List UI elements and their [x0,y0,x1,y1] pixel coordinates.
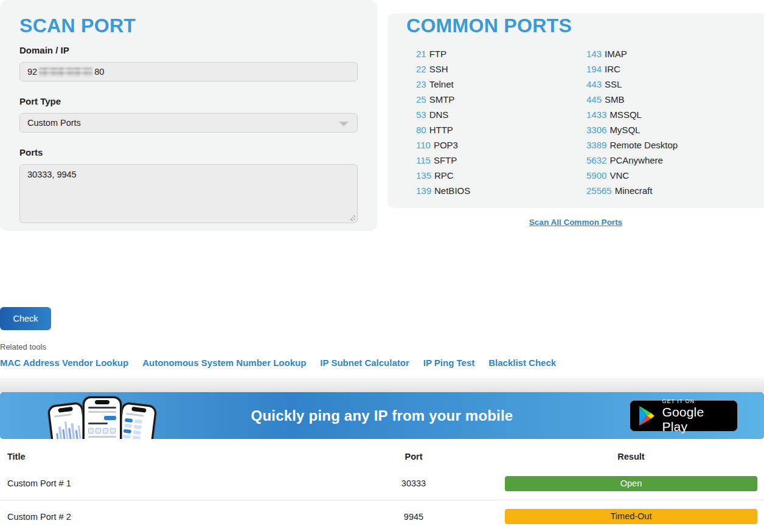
header-title: Title [0,452,377,461]
port-service: FTP [429,49,446,59]
port-link[interactable]: 53 [416,109,426,120]
google-play-icon [638,406,655,426]
port-type-label: Port Type [19,95,358,108]
port-item: 143IMAP [586,46,757,61]
port-item: 1433MSSQL [586,107,757,122]
decor-button [104,416,116,420]
port-link[interactable]: 21 [416,49,426,59]
port-item: 115SFTP [416,153,586,168]
port-service: HTTP [429,125,453,135]
port-link[interactable]: 445 [586,94,602,105]
status-badge-timeout: Timed-Out [505,509,757,524]
port-link[interactable]: 443 [586,79,602,89]
port-link[interactable]: 23 [416,79,426,89]
header-result: Result [450,452,764,461]
port-service: SFTP [434,155,457,165]
decor-line [88,407,116,409]
resize-grip-icon[interactable] [349,214,355,221]
port-link[interactable]: 194 [586,64,602,74]
decor-line [88,411,116,413]
domain-ip-value-prefix: 92 [27,67,37,77]
port-service: RPC [434,170,454,181]
row-title: Custom Port # 2 [0,512,377,522]
port-link[interactable]: 143 [586,49,602,59]
scan-port-title: SCAN PORT [19,13,358,38]
port-item: 5632PCAnywhere [586,153,757,168]
port-link[interactable]: 3389 [586,140,606,150]
google-play-text: GET IT ON Google Play [662,398,729,434]
port-link[interactable]: 22 [416,64,426,74]
port-service: IRC [605,64,620,74]
port-service: Minecraft [615,185,653,196]
port-service: VNC [609,170,629,181]
ports-value: 30333, 9945 [27,170,77,179]
port-type-selected-value: Custom Ports [27,118,81,128]
badge-get-it-on: GET IT ON [662,398,729,405]
port-link[interactable]: 25 [416,94,426,105]
check-button[interactable]: Check [0,307,51,330]
port-item: 23Telnet [416,77,586,92]
port-item: 445SMB [586,92,757,107]
common-ports-column: COMMON PORTS 21FTP 22SSH 23Telnet 25SMTP… [387,0,764,227]
phone-mockups-image [51,396,153,439]
port-link[interactable]: 135 [416,170,431,181]
decor-bar-chart [55,418,82,439]
port-service: DNS [429,109,449,120]
ports-textarea[interactable]: 30333, 9945 [19,164,358,223]
scan-port-panel: SCAN PORT Domain / IP 9280 Port Type Cus… [0,0,377,231]
table-row: Custom Port # 1 30333 Open [0,467,764,500]
ports-label: Ports [19,146,358,159]
port-link[interactable]: 139 [416,185,431,196]
common-ports-left-col: 21FTP 22SSH 23Telnet 25SMTP 53DNS 80HTTP… [416,46,586,198]
port-service: SSH [429,64,448,74]
port-item: 3389Remote Desktop [586,137,757,153]
google-play-badge[interactable]: GET IT ON Google Play [630,400,738,432]
related-link-blacklist-check[interactable]: Blacklist Check [488,358,556,368]
related-link-ip-ping-test[interactable]: IP Ping Test [423,358,474,368]
related-link-ip-subnet-calculator[interactable]: IP Subnet Calculator [320,358,409,368]
port-item: 80HTTP [416,122,586,137]
row-port: 9945 [377,512,450,522]
badge-google-play: Google Play [662,405,729,434]
phone-notch [95,400,109,404]
section-divider [0,378,764,392]
related-link-mac-address-vendor-lookup[interactable]: MAC Address Vendor Lookup [0,358,128,368]
port-link[interactable]: 5900 [586,170,606,181]
port-item: 53DNS [416,107,586,122]
port-type-select[interactable]: Custom Ports [19,113,358,133]
common-ports-panel: COMMON PORTS 21FTP 22SSH 23Telnet 25SMTP… [387,13,764,208]
port-link[interactable]: 1433 [586,109,606,120]
port-item: 110POP3 [416,137,586,153]
chevron-down-icon [339,122,349,126]
port-link[interactable]: 3306 [586,125,606,135]
row-title: Custom Port # 1 [0,478,377,488]
port-service: SMB [605,94,625,105]
row-port: 30333 [377,478,450,488]
port-item: 139NetBIOS [416,183,586,198]
port-service: MySQL [609,125,640,135]
decor-icon-row [88,428,116,434]
domain-ip-label: Domain / IP [19,44,358,57]
port-link[interactable]: 5632 [586,155,606,165]
scan-results-table: Title Port Result Custom Port # 1 30333 … [0,439,764,532]
port-service: IMAP [605,49,627,59]
port-link[interactable]: 110 [416,140,431,150]
port-service: POP3 [434,140,458,150]
domain-ip-input[interactable]: 9280 [19,62,358,81]
port-link[interactable]: 25565 [586,185,612,196]
port-item: 22SSH [416,61,586,77]
port-service: SSL [605,79,622,89]
status-badge-open: Open [505,476,757,491]
scan-all-common-ports-link[interactable]: Scan All Common Ports [529,218,622,227]
decor-line [88,423,108,424]
header-port: Port [377,452,450,461]
port-link[interactable]: 115 [416,155,431,165]
scan-all-wrap: Scan All Common Ports [387,216,764,227]
related-tools-label: Related tools [0,342,764,352]
port-link[interactable]: 80 [416,125,426,135]
redacted-ip-blur [39,67,92,77]
related-link-asn-lookup[interactable]: Autonomous System Number Lookup [142,358,306,368]
common-ports-title: COMMON PORTS [406,13,757,38]
row-result-cell: Timed-Out [450,509,764,524]
phone-center [83,396,122,439]
